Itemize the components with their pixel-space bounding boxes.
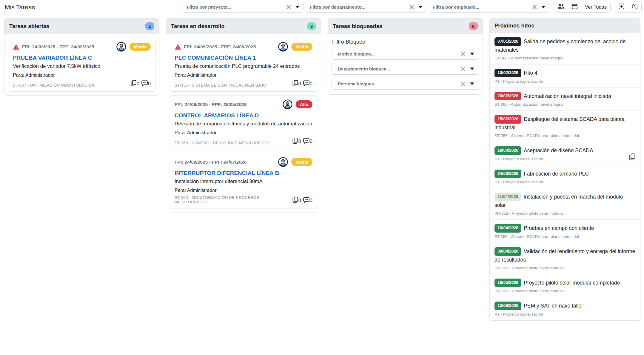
comment-count: 0 [310, 198, 312, 203]
milestone-copy-icon [629, 153, 635, 160]
caret-down-icon[interactable] [295, 6, 300, 9]
priority-badge: Alta [296, 100, 312, 108]
milestone-date-badge: 20/02/2026 [494, 92, 521, 101]
priority-badge: Media [291, 43, 312, 51]
milestone-date-badge: 30/04/2026 [494, 247, 521, 256]
project-filter-select[interactable]: Filtra por proyecto... [183, 2, 303, 13]
task-project: ST-367 - OPTIMIZACIÓN ODONTOLÓGICA [13, 83, 131, 87]
block-department-placeholder: Departamento bloquea... [338, 66, 460, 71]
count-badge: 0 [469, 22, 478, 30]
task-description: Prueba de comunicación PLC programable 2… [175, 63, 312, 70]
task-dates: FPI: 24/09/2025 - FPF: 28/05/2026 [175, 102, 246, 107]
priority-badge: Media [291, 158, 312, 166]
subtask-count: 0 [137, 81, 139, 87]
milestone-project: P1 - Proyecto digitalización [494, 180, 635, 184]
subtasks-copy-icon [292, 138, 298, 145]
milestone-title: Aceptación de diseño SCADA [524, 147, 593, 153]
caret-down-icon[interactable] [470, 52, 474, 56]
task-title-link[interactable]: CONTROL ARMARIOS LÍNEA D [175, 112, 312, 119]
milestone-item: 30/04/2026Validación del rendimiento y e… [490, 243, 640, 274]
column-in-progress-tasks: Tareas en desarrollo 3 FPI: 24/09/2025 -… [166, 18, 321, 212]
task-dates: FPI: 24/09/2025 - FPF: 24/09/2025 [184, 44, 256, 50]
task-dates: FPI: 24/09/2025 - FPF: 24/09/2025 [22, 44, 94, 50]
block-person-placeholder: Persona bloquea... [338, 81, 460, 86]
column-blocked-header: Tareas bloqueadas 0 [328, 19, 483, 34]
team-view-button[interactable] [554, 2, 568, 13]
column-title: Tareas bloqueadas [333, 23, 382, 30]
milestone-title: PEM y SAT en nave taller [524, 303, 583, 309]
milestone-item: 07/01/2026Salida de pedidos y comienzo d… [490, 33, 640, 64]
people-icon [557, 4, 564, 10]
column-title: Tareas en desarrollo [171, 23, 225, 30]
history-button[interactable] [628, 2, 642, 13]
task-card[interactable]: FPI: 24/09/2025 - FPF: 24/09/2025 Media … [8, 38, 155, 92]
column-open-tasks: Tareas abiertas 1 FPI: 24/09/2025 - FPF:… [4, 18, 159, 96]
topbar: Mis Tareas Filtra por proyecto... Filtra… [0, 0, 644, 14]
milestone-project: ST-356 - Sistema SCADA para planta indus… [494, 234, 635, 239]
milestone-date-badge: 24/03/2026 [494, 170, 521, 178]
milestone-project: PR-352 - Proyecto piloto solar modular [494, 211, 635, 216]
milestone-project: ST-366 - Automatización naval integral [494, 56, 635, 60]
task-title-link[interactable]: PRUEBA VARIADOR LÍNEA C [13, 55, 151, 61]
comment-count: 0 [310, 81, 312, 87]
task-counters: 0 0 [292, 80, 312, 87]
subtasks-copy-icon [131, 80, 136, 87]
milestone-item: 16/04/2026Pruebas en campo con cliente S… [490, 220, 640, 243]
milestone-title: Proyecto piloto solar modular completado [524, 280, 620, 286]
blocked-filter-label: Filtro Bloqueo: [332, 39, 478, 45]
calendar-icon [572, 4, 577, 10]
clear-x-icon[interactable] [286, 4, 291, 10]
task-card[interactable]: FPI: 24/09/2025 - FPF: 24/07/2026 Media … [170, 153, 317, 208]
task-title-link[interactable]: INTERRUPTOR DIFERENCIAL LÍNEA B [175, 170, 312, 176]
task-assignee: Para: Administrador [175, 73, 312, 78]
milestone-date-badge: 07/01/2026 [494, 37, 521, 46]
add-button[interactable] [615, 2, 628, 13]
overdue-warning-icon [13, 44, 19, 50]
clear-x-icon[interactable] [460, 81, 466, 87]
clear-x-icon[interactable] [460, 51, 466, 57]
milestone-item: 19/05/2026Proyecto piloto solar modular … [490, 274, 640, 298]
caret-down-icon[interactable] [418, 6, 423, 9]
task-assignee: Para: Administrador [13, 73, 151, 78]
task-description: Revisión de armarios eléctricos y módulo… [175, 120, 312, 127]
task-card[interactable]: FPI: 24/09/2025 - FPF: 28/05/2026 Alta C… [170, 95, 317, 149]
caret-down-icon[interactable] [470, 82, 474, 85]
task-description: Instalación interruptor diferencial 30mA [175, 178, 312, 185]
subtask-count: 0 [298, 81, 301, 87]
task-assignee: Para: Administrador [175, 188, 312, 193]
milestone-project: ST-356 - Sistema SCADA para planta indus… [494, 133, 635, 138]
person-circle-icon [278, 42, 288, 52]
clear-x-icon[interactable] [460, 66, 466, 72]
clear-x-icon[interactable] [409, 4, 414, 10]
milestone-item: 19/03/2026Aceptación de diseño SCADA P1 … [490, 142, 640, 165]
milestone-item: 11/04/2026Instalación y puesta en marcha… [490, 188, 640, 220]
task-title-link[interactable]: PLC COMUNICACIÓN LÍNEA 1 [175, 55, 312, 61]
task-project: ST-369 - CONTROL DE CALIDAD METALÚRGICO [175, 141, 292, 145]
subtask-count: 0 [298, 198, 301, 203]
milestone-date-badge: 19/03/2026 [494, 146, 521, 155]
kanban-board: Tareas abiertas 1 FPI: 24/09/2025 - FPF:… [0, 14, 644, 325]
milestone-title: Pruebas en campo con cliente [524, 225, 594, 231]
milestone-date-badge: 19/05/2026 [494, 279, 521, 287]
milestone-title: Automatización naval integral iniciada [524, 93, 611, 99]
priority-badge: Media [130, 43, 151, 51]
calendar-view-button[interactable] [568, 2, 581, 13]
view-switch-group: Ver Todas [554, 2, 611, 13]
task-dates: FPI: 24/09/2025 - FPF: 24/07/2026 [175, 159, 246, 165]
department-filter-select[interactable]: Filtra por departamento... [306, 2, 426, 13]
view-all-button[interactable]: Ver Todas [581, 2, 611, 13]
employee-filter-select[interactable]: Filtra por empleado... [429, 2, 549, 13]
comments-chat-icon [303, 138, 309, 145]
milestone-item: 24/03/2026Fabricación de armario PLC P1 … [490, 165, 640, 189]
block-reason-filter-select[interactable]: Motivo bloqueo... [332, 48, 479, 60]
milestone-project: P1 - Proyecto digitalización [494, 312, 635, 316]
comments-chat-icon [303, 80, 309, 87]
task-card[interactable]: FPI: 24/09/2025 - FPF: 24/09/2025 Media … [170, 38, 317, 92]
clear-x-icon[interactable] [532, 4, 537, 10]
block-person-filter-select[interactable]: Persona bloquea... [332, 78, 479, 90]
task-counters: 0 0 [292, 138, 312, 145]
block-department-filter-select[interactable]: Departamento bloquea... [332, 63, 479, 75]
caret-down-icon[interactable] [470, 67, 474, 70]
caret-down-icon[interactable] [541, 6, 546, 9]
milestone-project: PR-352 - Proyecto piloto solar modular [494, 289, 635, 293]
